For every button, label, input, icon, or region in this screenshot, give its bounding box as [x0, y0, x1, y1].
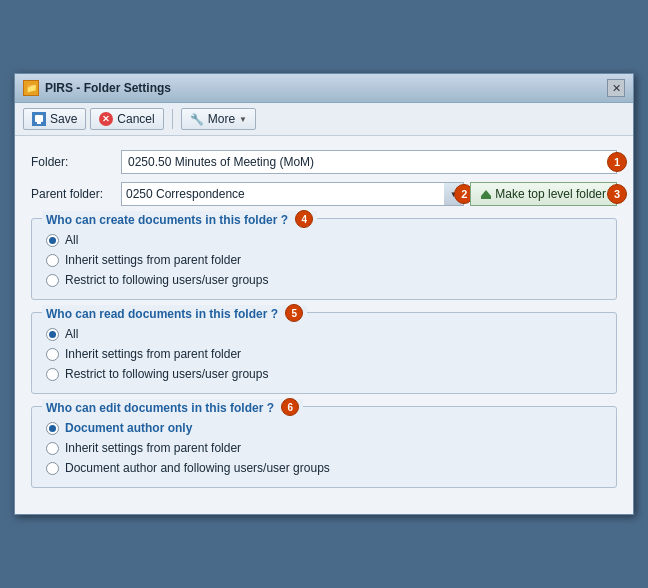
- close-button[interactable]: ✕: [607, 79, 625, 97]
- content-area: Folder: 1 Parent folder: 0250 Correspond…: [15, 136, 633, 514]
- top-level-label: Make top level folder: [495, 187, 606, 201]
- window-title: PIRS - Folder Settings: [45, 81, 171, 95]
- badge-1: 1: [607, 152, 627, 172]
- radio-read-all[interactable]: [46, 328, 59, 341]
- more-label: More: [208, 112, 235, 126]
- read-option-all[interactable]: All: [46, 327, 602, 341]
- save-button[interactable]: Save: [23, 108, 86, 130]
- toolbar-divider: [172, 109, 173, 129]
- create-option-inherit[interactable]: Inherit settings from parent folder: [46, 253, 602, 267]
- create-option-all[interactable]: All: [46, 233, 602, 247]
- edit-radio-group: Document author only Inherit settings fr…: [46, 421, 602, 475]
- folder-row: Folder: 1: [31, 150, 617, 174]
- radio-read-inherit[interactable]: [46, 348, 59, 361]
- radio-read-restrict[interactable]: [46, 368, 59, 381]
- read-option-inherit[interactable]: Inherit settings from parent folder: [46, 347, 602, 361]
- badge-4: 4: [295, 210, 313, 228]
- more-button[interactable]: 🔧 More ▼: [181, 108, 256, 130]
- radio-edit-author[interactable]: [46, 422, 59, 435]
- parent-folder-row: Parent folder: 0250 Correspondence ▼ 2: [31, 182, 617, 206]
- create-option-restrict[interactable]: Restrict to following users/user groups: [46, 273, 602, 287]
- badge-6: 6: [281, 398, 299, 416]
- more-dropdown-arrow: ▼: [239, 115, 247, 124]
- read-radio-group: All Inherit settings from parent folder …: [46, 327, 602, 381]
- radio-create-inherit[interactable]: [46, 254, 59, 267]
- create-section-title: Who can create documents in this folder …: [42, 211, 317, 229]
- radio-edit-inherit[interactable]: [46, 442, 59, 455]
- cancel-button[interactable]: ✕ Cancel: [90, 108, 163, 130]
- make-top-level-button[interactable]: Make top level folder: [470, 182, 617, 206]
- edit-option-inherit[interactable]: Inherit settings from parent folder: [46, 441, 602, 455]
- svg-rect-1: [37, 120, 41, 124]
- edit-option-author[interactable]: Document author only: [46, 421, 602, 435]
- read-option-restrict[interactable]: Restrict to following users/user groups: [46, 367, 602, 381]
- main-window: 📁 PIRS - Folder Settings ✕ Save ✕ Cancel…: [14, 73, 634, 515]
- badge-3: 3: [607, 184, 627, 204]
- parent-label: Parent folder:: [31, 187, 121, 201]
- save-label: Save: [50, 112, 77, 126]
- cancel-label: Cancel: [117, 112, 154, 126]
- parent-folder-dropdown[interactable]: 0250 Correspondence: [121, 182, 444, 206]
- edit-section-title: Who can edit documents in this folder ? …: [42, 399, 303, 417]
- toolbar: Save ✕ Cancel 🔧 More ▼: [15, 103, 633, 136]
- read-section: Who can read documents in this folder ? …: [31, 312, 617, 394]
- read-section-title: Who can read documents in this folder ? …: [42, 305, 307, 323]
- edit-section: Who can edit documents in this folder ? …: [31, 406, 617, 488]
- folder-input[interactable]: [121, 150, 617, 174]
- radio-create-restrict[interactable]: [46, 274, 59, 287]
- radio-edit-author-groups[interactable]: [46, 462, 59, 475]
- badge-5: 5: [285, 304, 303, 322]
- create-section: Who can create documents in this folder …: [31, 218, 617, 300]
- window-icon: 📁: [23, 80, 39, 96]
- folder-label: Folder:: [31, 155, 121, 169]
- title-bar: 📁 PIRS - Folder Settings ✕: [15, 74, 633, 103]
- create-radio-group: All Inherit settings from parent folder …: [46, 233, 602, 287]
- radio-create-all[interactable]: [46, 234, 59, 247]
- edit-option-author-groups[interactable]: Document author and following users/user…: [46, 461, 602, 475]
- more-icon: 🔧: [190, 113, 204, 126]
- save-icon: [32, 112, 46, 126]
- upload-icon: [481, 190, 491, 199]
- cancel-icon: ✕: [99, 112, 113, 126]
- parent-folder-value: 0250 Correspondence: [126, 187, 245, 201]
